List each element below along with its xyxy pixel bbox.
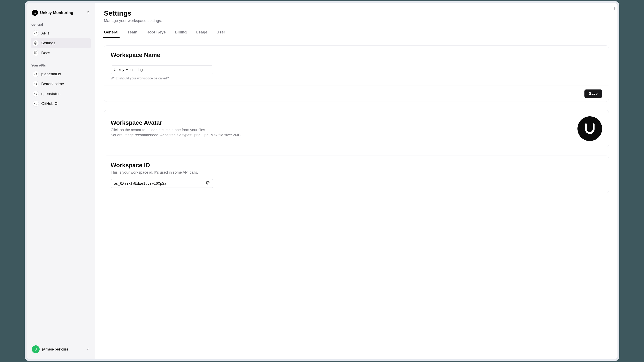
code-icon <box>33 30 39 36</box>
workspace-name-input[interactable] <box>111 65 213 74</box>
book-icon <box>33 50 39 56</box>
card-title: Workspace ID <box>111 162 602 169</box>
input-hint: What should your workspace be called? <box>111 76 602 80</box>
card-title: Workspace Avatar <box>111 119 242 126</box>
sidebar-item-api-planetfall[interactable]: planetfall.io <box>30 69 91 79</box>
tab-team[interactable]: Team <box>128 30 138 38</box>
workspace-avatar-icon <box>32 10 38 16</box>
sidebar-item-label: openstatus <box>41 91 60 96</box>
code-icon <box>33 100 39 107</box>
sidebar-item-label: planetfall.io <box>41 72 61 76</box>
copy-button[interactable] <box>205 180 211 187</box>
svg-point-0 <box>35 43 36 43</box>
gear-icon <box>33 40 39 46</box>
code-icon <box>33 91 39 97</box>
save-button[interactable]: Save <box>584 89 602 98</box>
tab-billing[interactable]: Billing <box>175 30 187 38</box>
scrollbar-handle[interactable]: ••• <box>614 7 616 10</box>
tab-general[interactable]: General <box>104 30 118 38</box>
workspace-id-field: ws_QXaikfWEdwe1uvYw1QXpSa <box>111 179 213 188</box>
sidebar-item-label: APIs <box>41 31 50 35</box>
sidebar: Unkey-Monitoring General APIs <box>26 3 95 359</box>
tab-user[interactable]: User <box>216 30 225 38</box>
avatar-upload[interactable] <box>578 116 602 141</box>
sidebar-section-general: General <box>30 23 91 26</box>
main-content: Settings Manage your workspace settings.… <box>95 3 618 359</box>
tab-usage[interactable]: Usage <box>196 30 208 38</box>
sidebar-item-apis[interactable]: APIs <box>30 28 91 38</box>
code-icon <box>33 81 39 87</box>
sidebar-item-label: Docs <box>41 51 50 55</box>
sidebar-item-api-openstatus[interactable]: openstatus <box>30 89 91 99</box>
svg-rect-1 <box>208 183 210 185</box>
workspace-id-value: ws_QXaikfWEdwe1uvYw1QXpSa <box>114 181 203 186</box>
sidebar-item-label: BetterUptime <box>41 82 64 86</box>
tab-root-keys[interactable]: Root Keys <box>146 30 166 38</box>
sidebar-item-settings[interactable]: Settings <box>30 38 91 48</box>
workspace-id-card: Workspace ID This is your workspace id. … <box>104 156 609 193</box>
card-description: Click on the avatar to upload a custom o… <box>111 128 242 132</box>
sidebar-item-label: Settings <box>41 41 56 45</box>
workspace-name: Unkey-Monitoring <box>40 10 84 15</box>
card-description: Square image recommended. Accepted file … <box>111 133 242 137</box>
page-title: Settings <box>104 9 609 17</box>
settings-tabs: General Team Root Keys Billing Usage Use… <box>104 30 609 38</box>
user-menu[interactable]: J james-perkins <box>30 344 91 355</box>
chevron-right-icon <box>86 347 90 352</box>
workspace-switcher[interactable]: Unkey-Monitoring <box>30 8 91 17</box>
sidebar-section-your-apis: Your APIs <box>30 64 91 67</box>
page-subtitle: Manage your workspace settings. <box>104 18 609 23</box>
workspace-avatar-card: Workspace Avatar Click on the avatar to … <box>104 110 609 147</box>
app-window: ••• Unkey-Monitoring General <box>26 3 618 359</box>
sidebar-item-label: GitHub CI <box>41 101 58 106</box>
card-description: This is your workspace id. It's used in … <box>111 170 602 175</box>
user-avatar: J <box>32 345 40 353</box>
copy-icon <box>206 183 210 186</box>
workspace-name-card: Workspace Name What should your workspac… <box>104 45 609 102</box>
user-handle: james-perkins <box>42 347 84 352</box>
sidebar-item-api-githubci[interactable]: GitHub CI <box>30 99 91 109</box>
code-icon <box>33 71 39 77</box>
sidebar-item-api-betteruptime[interactable]: BetterUptime <box>30 79 91 89</box>
chevrons-up-down-icon <box>86 11 90 15</box>
sidebar-item-docs[interactable]: Docs <box>30 48 91 58</box>
card-title: Workspace Name <box>111 52 602 58</box>
